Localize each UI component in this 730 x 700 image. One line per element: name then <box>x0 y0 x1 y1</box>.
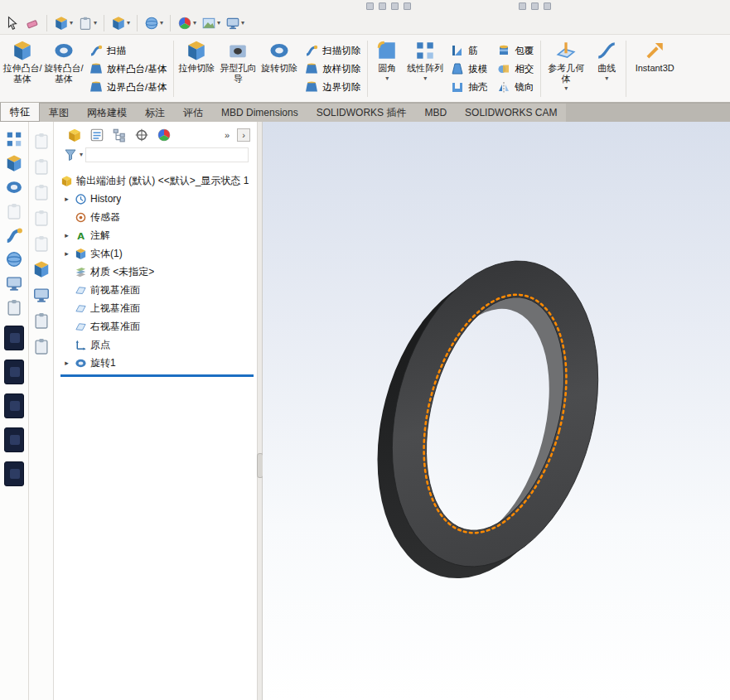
sweep-button[interactable]: 扫描 <box>85 42 172 59</box>
titlebar-icon[interactable] <box>391 2 399 10</box>
titlebar-icon[interactable] <box>519 2 526 10</box>
reference-geometry-button[interactable]: 参考几何体 ▾ <box>543 36 589 101</box>
draft-button[interactable]: 拔模 <box>446 60 492 77</box>
left-tool-box-button[interactable] <box>5 154 23 172</box>
dropdown-arrow-icon[interactable]: ▾ <box>94 20 97 27</box>
secondary-tool-button[interactable] <box>32 183 51 201</box>
revolve-cut-button[interactable]: 旋转切除 <box>259 36 300 101</box>
dropdown-arrow-icon[interactable]: ▾ <box>217 20 220 27</box>
tab-features[interactable]: 特征 <box>0 103 40 122</box>
extrude-cut-button[interactable]: 拉伸切除 <box>176 36 217 101</box>
macro-button-3[interactable] <box>4 393 24 418</box>
revolve-boss-button[interactable]: 旋转凸台/基体 <box>43 36 85 101</box>
dropdown-arrow-icon[interactable]: ▾ <box>127 20 130 27</box>
tree-item-revolve1[interactable]: ▸ 旋转1 <box>60 354 257 372</box>
dimxpert-manager-tab[interactable] <box>134 128 149 142</box>
graphics-viewport[interactable] <box>263 122 730 700</box>
fillet-button[interactable]: 圆角 ▾ <box>370 36 404 101</box>
tab-mbd-dimensions[interactable]: MBD Dimensions <box>212 104 307 122</box>
titlebar-icon[interactable] <box>531 2 539 10</box>
boundary-cut-button[interactable]: 边界切除 <box>300 79 365 95</box>
panel-expand-icon[interactable]: › <box>237 128 250 142</box>
expand-arrow-icon[interactable]: ▸ <box>62 359 71 367</box>
tree-root-item[interactable]: 输出端油封 (默认) <<默认>_显示状态 1 <box>60 171 257 190</box>
dropdown-arrow-icon[interactable]: ▾ <box>605 75 608 82</box>
tab-mbd[interactable]: MBD <box>415 104 456 122</box>
scene-button[interactable]: ▾ <box>200 14 222 32</box>
left-tool-revolve-button[interactable] <box>5 178 23 196</box>
appearance-button[interactable]: ▾ <box>176 14 198 32</box>
featuremanager-filter-input[interactable] <box>85 147 249 162</box>
secondary-tool-button[interactable] <box>32 209 51 227</box>
tree-item-history[interactable]: ▸ History <box>60 190 257 208</box>
intersect-button[interactable]: 相交 <box>492 60 539 77</box>
featuremanager-tree-tab[interactable] <box>67 128 82 142</box>
macro-button-1[interactable] <box>4 326 24 350</box>
hole-wizard-button[interactable]: 异型孔向导 <box>217 36 259 101</box>
left-tool-sweep-button[interactable] <box>5 226 23 244</box>
secondary-tool-button[interactable] <box>32 157 51 176</box>
tree-item-right-plane[interactable]: 右视基准面 <box>60 317 257 336</box>
export-assembly-button[interactable]: ▾ <box>76 14 99 32</box>
panel-splitter[interactable] <box>257 122 263 700</box>
tab-sketch[interactable]: 草图 <box>40 104 78 122</box>
left-tool-pattern-button[interactable] <box>5 130 23 148</box>
view-cube-button[interactable]: ▾ <box>109 14 132 32</box>
titlebar-icon[interactable] <box>379 2 386 10</box>
wrap-button[interactable]: 包覆 <box>492 42 539 59</box>
select-pointer-button[interactable] <box>3 14 22 32</box>
tree-item-origin[interactable]: 原点 <box>60 336 257 354</box>
instant3d-button[interactable]: Instant3D <box>628 36 681 101</box>
boundary-boss-button[interactable]: 边界凸台/基体 <box>85 79 172 95</box>
tab-markup[interactable]: 标注 <box>136 104 174 122</box>
expand-arrow-icon[interactable]: ▸ <box>62 195 71 203</box>
macro-button-5[interactable] <box>4 461 24 486</box>
loft-cut-button[interactable]: 放样切除 <box>300 60 365 77</box>
secondary-tool-button[interactable] <box>32 234 51 253</box>
left-tool-monitor-button[interactable] <box>5 274 23 292</box>
shell-button[interactable]: 抽壳 <box>446 79 492 95</box>
export-part-button[interactable]: ▾ <box>52 14 75 32</box>
curves-button[interactable]: 曲线 ▾ <box>589 36 624 101</box>
rollback-bar[interactable] <box>60 374 254 377</box>
rib-button[interactable]: 筋 <box>446 42 492 59</box>
dropdown-arrow-icon[interactable]: ▾ <box>160 20 163 27</box>
tab-mesh-modeling[interactable]: 网格建模 <box>78 104 136 122</box>
mirror-button[interactable]: 镜向 <box>492 79 539 95</box>
filter-funnel-icon[interactable] <box>64 148 77 162</box>
left-tool-copy-button[interactable] <box>5 298 23 316</box>
expand-arrow-icon[interactable]: ▸ <box>62 231 71 239</box>
extrude-boss-button[interactable]: 拉伸凸台/基体 <box>2 36 43 101</box>
dropdown-arrow-icon[interactable]: ▾ <box>385 75 389 82</box>
dropdown-arrow-icon[interactable]: ▾ <box>423 75 427 82</box>
sweep-cut-button[interactable]: 扫描切除 <box>300 42 365 59</box>
display-settings-button[interactable]: ▾ <box>224 14 246 32</box>
configuration-manager-tab[interactable] <box>112 128 127 142</box>
tab-solidworks-addins[interactable]: SOLIDWORKS 插件 <box>307 104 416 122</box>
left-tool-sphere-button[interactable] <box>5 250 23 268</box>
dropdown-arrow-icon[interactable]: ▾ <box>70 20 73 27</box>
tree-item-material[interactable]: 材质 <未指定> <box>60 263 257 281</box>
display-manager-tab[interactable] <box>157 128 172 142</box>
tree-item-sensors[interactable]: 传感器 <box>60 208 257 226</box>
tab-scroll-icon[interactable]: » <box>225 130 230 140</box>
left-tool-clipboard-button[interactable] <box>5 202 23 220</box>
view-orientation-button[interactable]: ▾ <box>143 14 165 32</box>
tree-item-solid-bodies[interactable]: ▸ 实体(1) <box>60 244 257 263</box>
titlebar-icon[interactable] <box>544 2 551 10</box>
tree-item-top-plane[interactable]: 上视基准面 <box>60 299 257 317</box>
tree-item-front-plane[interactable]: 前视基准面 <box>60 281 257 299</box>
loft-button[interactable]: 放样凸台/基体 <box>85 60 172 77</box>
tab-solidworks-cam[interactable]: SOLIDWORKS CAM <box>456 104 566 122</box>
secondary-tool-button[interactable] <box>32 337 51 355</box>
expand-arrow-icon[interactable]: ▸ <box>62 249 71 258</box>
titlebar-icon[interactable] <box>404 2 411 10</box>
secondary-tool-active-button[interactable] <box>32 260 51 278</box>
tree-item-annotations[interactable]: ▸ 注解 <box>60 226 257 244</box>
secondary-tool-button[interactable] <box>32 311 51 330</box>
dropdown-arrow-icon[interactable]: ▾ <box>193 20 196 27</box>
eraser-button[interactable] <box>23 14 41 32</box>
dropdown-arrow-icon[interactable]: ▾ <box>241 20 244 27</box>
property-manager-tab[interactable] <box>89 128 104 142</box>
titlebar-icon[interactable] <box>366 2 374 10</box>
